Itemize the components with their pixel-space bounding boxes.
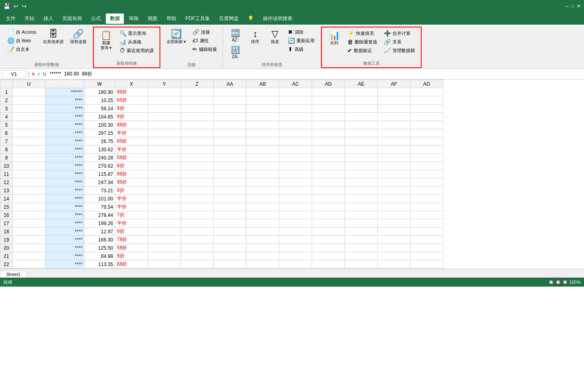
cell-x[interactable]: 半价 — [115, 129, 148, 137]
cell-af[interactable] — [378, 252, 411, 260]
quick-fill-button[interactable]: ⚡ 快速填充 — [345, 29, 380, 37]
cell-x[interactable]: 半价 — [115, 195, 148, 203]
cell-ac[interactable] — [279, 219, 312, 228]
cell-y[interactable] — [148, 260, 181, 269]
cell-aa[interactable] — [214, 219, 246, 228]
cell-ag[interactable] — [411, 154, 443, 162]
cell-y[interactable] — [148, 137, 181, 146]
cell-ac[interactable] — [279, 105, 312, 113]
cell-ac[interactable] — [279, 244, 312, 252]
cell-z[interactable] — [181, 146, 214, 154]
cell-y[interactable] — [148, 88, 181, 96]
col-header-AG[interactable]: AG — [411, 80, 443, 88]
cell-ae[interactable] — [345, 105, 378, 113]
cell-y[interactable] — [148, 105, 181, 113]
cell-ae[interactable] — [345, 236, 378, 244]
cell-v[interactable]: **** — [46, 252, 84, 260]
cell-ad[interactable] — [312, 203, 345, 211]
cell-ae[interactable] — [345, 219, 378, 228]
cell-z[interactable] — [181, 252, 214, 260]
cell-ae[interactable] — [345, 96, 378, 105]
menu-baidu[interactable]: 百度网盘 — [215, 14, 243, 24]
other-sources-button[interactable]: 🗄 自其他来源 — [41, 28, 66, 46]
cell-ab[interactable] — [246, 187, 279, 195]
cell-x[interactable]: 88折 — [115, 121, 148, 129]
cell-v[interactable]: **** — [46, 96, 84, 105]
formula-input[interactable] — [48, 71, 583, 78]
cell-ag[interactable] — [411, 121, 443, 129]
cell-ag[interactable] — [411, 236, 443, 244]
table-row[interactable]: 8****130.62半价 — [0, 146, 443, 154]
cell-ad[interactable] — [312, 121, 345, 129]
cell-ae[interactable] — [345, 146, 378, 154]
save-icon[interactable]: 💾 — [3, 3, 10, 9]
cell-v[interactable]: **** — [46, 146, 84, 154]
cell-w[interactable]: 297.15 — [84, 129, 115, 137]
cell-y[interactable] — [148, 170, 181, 178]
cell-af[interactable] — [378, 162, 411, 170]
cell-aa[interactable] — [214, 162, 246, 170]
cell-y[interactable] — [148, 154, 181, 162]
cell-aa[interactable] — [214, 260, 246, 269]
cell-ag[interactable] — [411, 260, 443, 269]
table-row[interactable]: 22****113.3568折 — [0, 260, 443, 269]
cell-ad[interactable] — [312, 88, 345, 96]
cell-w[interactable]: 278.44 — [84, 211, 115, 219]
cell-ae[interactable] — [345, 260, 378, 269]
cell-v[interactable]: **** — [46, 244, 84, 252]
cell-u[interactable] — [13, 162, 46, 170]
menu-review[interactable]: 审阅 — [125, 14, 143, 24]
table-row[interactable]: 17****199.26半价 — [0, 219, 443, 228]
minimize-icon[interactable]: ─ — [565, 3, 569, 9]
cell-w[interactable]: 12.97 — [84, 228, 115, 236]
cell-v[interactable]: **** — [46, 260, 84, 269]
cell-v[interactable]: **** — [46, 137, 84, 146]
cell-ab[interactable] — [246, 178, 279, 187]
cell-ag[interactable] — [411, 211, 443, 219]
cell-ac[interactable] — [279, 170, 312, 178]
cell-u[interactable] — [13, 105, 46, 113]
cell-ag[interactable] — [411, 162, 443, 170]
cell-ae[interactable] — [345, 170, 378, 178]
cell-af[interactable] — [378, 260, 411, 269]
cell-ab[interactable] — [246, 211, 279, 219]
text-button[interactable]: 📝 自文本 — [5, 45, 39, 53]
table-row[interactable]: 3****56.149折 — [0, 105, 443, 113]
cell-ac[interactable] — [279, 187, 312, 195]
cell-ag[interactable] — [411, 178, 443, 187]
cell-w[interactable]: 270.62 — [84, 162, 115, 170]
cell-ae[interactable] — [345, 203, 378, 211]
cell-u[interactable] — [13, 96, 46, 105]
cell-ac[interactable] — [279, 236, 312, 244]
cell-af[interactable] — [378, 129, 411, 137]
cell-w[interactable]: 104.65 — [84, 113, 115, 121]
cell-ab[interactable] — [246, 146, 279, 154]
cell-aa[interactable] — [214, 228, 246, 236]
cell-af[interactable] — [378, 113, 411, 121]
cell-x[interactable]: 8折 — [115, 162, 148, 170]
cell-u[interactable] — [13, 219, 46, 228]
cell-u[interactable] — [13, 170, 46, 178]
cell-ab[interactable] — [246, 236, 279, 244]
sort-za-button[interactable]: 🔡 ZA↓ — [226, 45, 244, 61]
show-query-button[interactable]: 🔍 显示查询 — [117, 29, 156, 37]
cell-ad[interactable] — [312, 211, 345, 219]
cell-z[interactable] — [181, 129, 214, 137]
sheet-table-wrap[interactable]: U V W X Y Z AA AB AC AD AE AF AG 1******… — [0, 80, 584, 269]
cell-x[interactable]: 半价 — [115, 203, 148, 211]
cell-u[interactable] — [13, 211, 46, 219]
cell-ac[interactable] — [279, 260, 312, 269]
cell-z[interactable] — [181, 88, 214, 96]
table-row[interactable]: 6****297.15半价 — [0, 129, 443, 137]
cell-v[interactable]: **** — [46, 203, 84, 211]
cell-af[interactable] — [378, 170, 411, 178]
cell-u[interactable] — [13, 228, 46, 236]
new-query-button[interactable]: 📋 新建查询 ▾ — [97, 29, 115, 52]
cell-ad[interactable] — [312, 178, 345, 187]
cell-ad[interactable] — [312, 260, 345, 269]
cell-x[interactable]: 9折 — [115, 105, 148, 113]
col-header-Y[interactable]: Y — [148, 80, 181, 88]
cell-aa[interactable] — [214, 96, 246, 105]
cell-ad[interactable] — [312, 219, 345, 228]
cell-af[interactable] — [378, 88, 411, 96]
